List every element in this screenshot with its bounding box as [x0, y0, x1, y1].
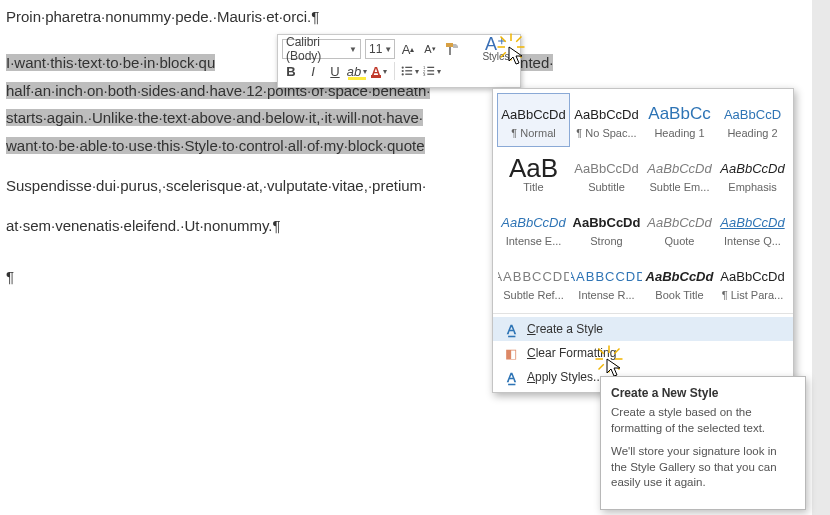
- style-label: ¶ Normal: [511, 127, 555, 139]
- style-label: ¶ List Para...: [722, 289, 784, 301]
- style-cell[interactable]: AaBbCcDdEmphasis: [716, 147, 789, 201]
- create-style-icon: A̲: [503, 322, 519, 337]
- svg-point-2: [402, 70, 404, 72]
- chevron-down-icon: ▾: [363, 67, 367, 76]
- shrink-font-button[interactable]: A▾: [421, 39, 439, 59]
- style-preview: AaBbCcDd: [647, 155, 711, 181]
- style-cell[interactable]: AaBbCcDHeading 2: [716, 93, 789, 147]
- chevron-down-icon: ▼: [384, 45, 392, 54]
- style-label: Intense R...: [578, 289, 634, 301]
- style-cell[interactable]: AABBCCDDIntense R...: [570, 255, 643, 309]
- style-label: Title: [523, 181, 543, 193]
- chevron-down-icon: ▾: [415, 67, 419, 76]
- svg-rect-1: [405, 67, 412, 68]
- style-preview: AaBbCcDd: [574, 101, 638, 127]
- font-name-value: Calibri (Body): [286, 35, 347, 63]
- style-preview: AABBCCDD: [570, 263, 643, 289]
- chevron-down-icon: ▾: [437, 67, 441, 76]
- style-preview: AaBbCcDd: [647, 209, 711, 235]
- selected-text[interactable]: starts·again.·Unlike·the·text·above·and·…: [6, 109, 423, 126]
- styles-label: Styles: [482, 51, 509, 62]
- style-label: Subtle Ref...: [503, 289, 564, 301]
- style-label: Subtitle: [588, 181, 625, 193]
- clear-formatting-menuitem[interactable]: ◧ Clear Formatting: [493, 341, 793, 365]
- style-cell[interactable]: AaBbCcDdQuote: [643, 201, 716, 255]
- paragraph: Proin·pharetra·nonummy·pede.·Mauris·et·o…: [6, 6, 786, 28]
- svg-rect-9: [427, 70, 434, 71]
- chevron-down-icon: ▾: [383, 67, 387, 76]
- style-preview: AABBCCDD: [497, 263, 570, 289]
- font-size-value: 11: [369, 42, 382, 56]
- styles-icon: A⁺: [485, 37, 507, 51]
- style-label: Heading 1: [654, 127, 704, 139]
- style-preview: AaBbCcDd: [501, 209, 565, 235]
- style-cell[interactable]: AaBbCcHeading 1: [643, 93, 716, 147]
- styles-gallery: AaBbCcDd¶ NormalAaBbCcDd¶ No Spac...AaBb…: [492, 88, 794, 393]
- tooltip-body: We'll store your signature look in the S…: [611, 444, 795, 491]
- svg-point-4: [402, 73, 404, 75]
- svg-rect-11: [427, 74, 434, 75]
- selected-text[interactable]: want·to·be·able·to·use·this·Style·to·con…: [6, 137, 425, 154]
- style-cell[interactable]: AaBTitle: [497, 147, 570, 201]
- style-cell[interactable]: AaBbCcDd¶ List Para...: [716, 255, 789, 309]
- style-preview: AaBbCc: [648, 101, 710, 127]
- font-size-combo[interactable]: 11▼: [365, 39, 395, 59]
- styles-button[interactable]: A⁺ Styles: [476, 37, 516, 62]
- bold-button[interactable]: B: [282, 61, 300, 81]
- apply-styles-icon: A̲: [503, 370, 519, 385]
- style-cell[interactable]: AaBbCcDdIntense E...: [497, 201, 570, 255]
- style-cell[interactable]: AaBbCcDdSubtle Em...: [643, 147, 716, 201]
- style-cell[interactable]: AaBbCcDdBook Title: [643, 255, 716, 309]
- grow-font-button[interactable]: A▴: [399, 39, 417, 59]
- style-label: Book Title: [655, 289, 703, 301]
- style-preview: AaBbCcDd: [720, 209, 784, 235]
- create-style-menuitem[interactable]: A̲ CCreate a Stylereate a Style: [493, 317, 793, 341]
- font-color-button[interactable]: A▾: [370, 61, 388, 81]
- svg-rect-7: [427, 67, 434, 68]
- tooltip: Create a New Style Create a style based …: [600, 376, 806, 510]
- chevron-down-icon: ▼: [349, 45, 357, 54]
- style-label: ¶ No Spac...: [576, 127, 636, 139]
- style-label: Strong: [590, 235, 622, 247]
- style-label: Heading 2: [727, 127, 777, 139]
- style-preview: AaBbCcDd: [646, 263, 714, 289]
- font-name-combo[interactable]: Calibri (Body)▼: [282, 39, 361, 59]
- style-cell[interactable]: AaBbCcDdStrong: [570, 201, 643, 255]
- selected-text[interactable]: I·want·this·text·to·be·in·block·qu: [6, 54, 215, 71]
- style-label: Quote: [665, 235, 695, 247]
- style-preview: AaBbCcD: [724, 101, 781, 127]
- eraser-icon: ◧: [503, 346, 519, 361]
- style-preview: AaBbCcDd: [574, 155, 638, 181]
- style-label: Intense E...: [506, 235, 562, 247]
- style-cell[interactable]: AaBbCcDdSubtitle: [570, 147, 643, 201]
- style-cell[interactable]: AABBCCDDSubtle Ref...: [497, 255, 570, 309]
- style-preview: AaBbCcDd: [720, 263, 784, 289]
- style-label: Emphasis: [728, 181, 776, 193]
- style-preview: AaBbCcDd: [720, 155, 784, 181]
- svg-rect-3: [405, 70, 412, 71]
- style-preview: AaBbCcDd: [573, 209, 641, 235]
- style-preview: AaB: [509, 155, 558, 181]
- style-cell[interactable]: AaBbCcDd¶ Normal: [497, 93, 570, 147]
- underline-button[interactable]: U: [326, 61, 344, 81]
- style-label: Subtle Em...: [650, 181, 710, 193]
- style-cell[interactable]: AaBbCcDd¶ No Spac...: [570, 93, 643, 147]
- highlight-button[interactable]: ab▾: [348, 61, 366, 81]
- svg-point-0: [402, 66, 404, 68]
- svg-text:3: 3: [423, 72, 426, 77]
- style-label: Intense Q...: [724, 235, 781, 247]
- mini-toolbar: Calibri (Body)▼ 11▼ A▴ A▾ A⁺ Styles B I …: [277, 34, 521, 88]
- numbering-button[interactable]: 123▾: [423, 61, 441, 81]
- format-painter-button[interactable]: [443, 39, 461, 59]
- style-preview: AaBbCcDd: [501, 101, 565, 127]
- italic-button[interactable]: I: [304, 61, 322, 81]
- tooltip-body: Create a style based on the formatting o…: [611, 405, 795, 436]
- bullets-button[interactable]: ▾: [401, 61, 419, 81]
- style-cell[interactable]: AaBbCcDdIntense Q...: [716, 201, 789, 255]
- tooltip-title: Create a New Style: [611, 385, 795, 401]
- svg-rect-5: [405, 74, 412, 75]
